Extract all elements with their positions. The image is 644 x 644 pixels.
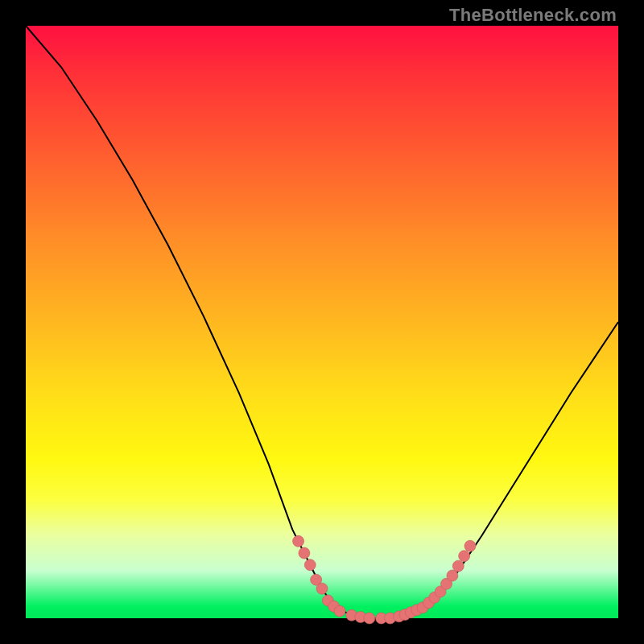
chart-stage: TheBottleneck.com [0, 0, 644, 644]
watermark-label: TheBottleneck.com [449, 5, 617, 26]
data-marker [364, 613, 375, 624]
data-marker [299, 547, 310, 559]
data-marker [316, 583, 328, 594]
data-marker [464, 540, 476, 551]
plot-area [26, 26, 618, 618]
data-marker [334, 605, 345, 617]
data-marker [293, 535, 304, 547]
plot-svg [26, 26, 618, 618]
curve [26, 26, 618, 618]
data-marker [304, 559, 316, 571]
data-marker [447, 570, 458, 581]
data-marker [452, 560, 464, 572]
data-marker [459, 551, 470, 562]
